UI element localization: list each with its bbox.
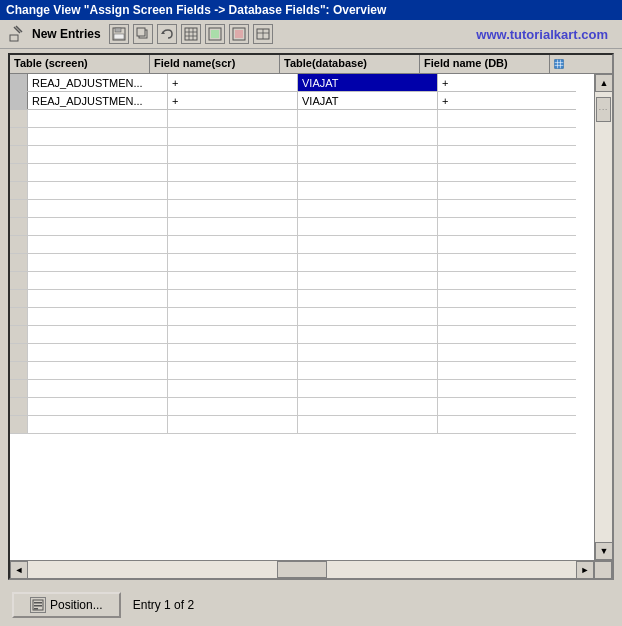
content-area: Table (screen) Field name(scr) Table(dat… <box>0 49 622 584</box>
svg-rect-7 <box>137 28 145 36</box>
svg-rect-9 <box>185 28 197 40</box>
cell-table-screen-2: REAJ_ADJUSTMEN... <box>28 92 168 109</box>
cell-field-scr-1: + <box>168 74 298 91</box>
position-button[interactable]: Position... <box>12 592 121 618</box>
row-selector[interactable] <box>10 74 28 91</box>
cell-table-db-2: VIAJAT <box>298 92 438 109</box>
svg-rect-27 <box>34 602 42 604</box>
scroll-track-vertical: ··· <box>595 92 612 542</box>
row-selector[interactable] <box>10 92 28 109</box>
empty-row <box>10 200 576 218</box>
table-body: REAJ_ADJUSTMEN... + VIAJAT + REAJ_ADJUST… <box>10 74 576 560</box>
empty-row <box>10 128 576 146</box>
table-row[interactable]: REAJ_ADJUSTMEN... + VIAJAT + <box>10 92 576 110</box>
watermark-text: www.tutorialkart.com <box>476 27 608 42</box>
cell-field-db-1: + <box>438 74 568 91</box>
deselect-icon[interactable] <box>229 24 249 44</box>
entry-info: Entry 1 of 2 <box>133 598 194 612</box>
empty-row <box>10 290 576 308</box>
col-header-field-name-db: Field name (DB) <box>420 55 550 73</box>
col-header-table-screen: Table (screen) <box>10 55 150 73</box>
svg-rect-4 <box>115 28 121 32</box>
col-header-field-name-scr: Field name(scr) <box>150 55 280 73</box>
position-button-label: Position... <box>50 598 103 612</box>
table-row[interactable]: REAJ_ADJUSTMEN... + VIAJAT + <box>10 74 576 92</box>
vertical-scrollbar: ▲ ··· ▼ <box>594 74 612 560</box>
undo-icon[interactable] <box>157 24 177 44</box>
empty-row <box>10 146 576 164</box>
svg-rect-15 <box>211 30 219 38</box>
empty-row <box>10 182 576 200</box>
new-entries-pen-icon[interactable] <box>6 23 28 45</box>
new-entries-label: New Entries <box>32 27 101 41</box>
empty-row <box>10 272 576 290</box>
cell-field-scr-2: + <box>168 92 298 109</box>
empty-row <box>10 164 576 182</box>
scroll-right-button[interactable]: ► <box>576 561 594 579</box>
table-header: Table (screen) Field name(scr) Table(dat… <box>10 55 612 74</box>
scroll-corner <box>594 561 612 579</box>
empty-row <box>10 416 576 434</box>
empty-row <box>10 236 576 254</box>
select-all-icon[interactable] <box>205 24 225 44</box>
svg-rect-5 <box>114 34 124 39</box>
title-text: Change View "Assign Screen Fields -> Dat… <box>6 3 386 17</box>
horizontal-scrollbar: ◄ ► <box>10 560 612 578</box>
empty-row <box>10 326 576 344</box>
cell-table-screen-1: REAJ_ADJUSTMEN... <box>28 74 168 91</box>
cell-table-db-1: VIAJAT <box>298 74 438 91</box>
table-view-icon[interactable] <box>181 24 201 44</box>
footer: Position... Entry 1 of 2 <box>0 584 622 626</box>
empty-row <box>10 110 576 128</box>
col-header-layout[interactable] <box>550 55 568 73</box>
main-window: Change View "Assign Screen Fields -> Dat… <box>0 0 622 626</box>
svg-rect-29 <box>34 608 38 610</box>
save-icon[interactable] <box>109 24 129 44</box>
empty-row <box>10 254 576 272</box>
empty-row <box>10 344 576 362</box>
copy-icon[interactable] <box>133 24 153 44</box>
empty-row <box>10 380 576 398</box>
empty-row <box>10 218 576 236</box>
empty-row <box>10 362 576 380</box>
toolbar: New Entries <box>0 20 622 49</box>
col-header-table-database: Table(database) <box>280 55 420 73</box>
title-bar: Change View "Assign Screen Fields -> Dat… <box>0 0 622 20</box>
svg-rect-0 <box>10 35 18 41</box>
cell-field-db-2: + <box>438 92 568 109</box>
empty-row <box>10 308 576 326</box>
scroll-up-button[interactable]: ▲ <box>595 74 612 92</box>
empty-row <box>10 398 576 416</box>
scroll-track-horizontal <box>28 561 576 578</box>
position-icon <box>30 597 46 613</box>
table-container: Table (screen) Field name(scr) Table(dat… <box>8 53 614 580</box>
layout-icon[interactable] <box>253 24 273 44</box>
scroll-thumb-vertical[interactable]: ··· <box>596 97 611 122</box>
svg-rect-17 <box>235 30 243 38</box>
scroll-thumb-horizontal[interactable] <box>277 561 327 578</box>
scroll-left-button[interactable]: ◄ <box>10 561 28 579</box>
scroll-down-button[interactable]: ▼ <box>595 542 612 560</box>
svg-rect-21 <box>555 60 564 69</box>
svg-rect-28 <box>34 605 42 607</box>
